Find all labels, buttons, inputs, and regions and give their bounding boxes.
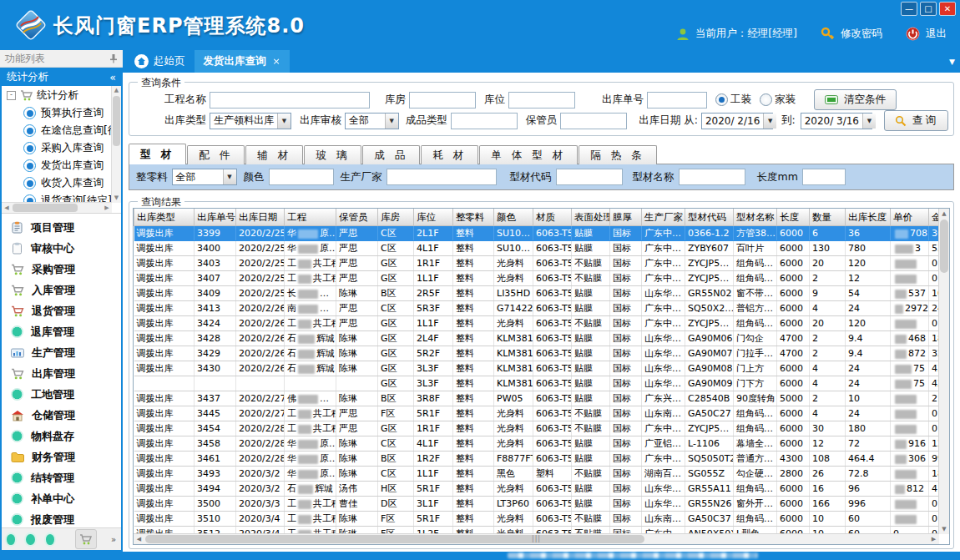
tree-expand-icon[interactable]: - (7, 91, 16, 100)
module-mini-icon[interactable] (26, 534, 34, 545)
column-header-型材代码[interactable]: 型材代码 (685, 209, 734, 226)
table-row[interactable]: 调拨出库34002020/2/25华原…严思C区4L1F整料SU10…6063-… (134, 241, 940, 256)
sidebar-module-采购管理[interactable]: 采购管理 (2, 259, 121, 280)
module-cart-button[interactable] (75, 529, 97, 549)
table-row[interactable]: 调拨出库33992020/2/25华原…严思C区2L1F整料SU10…6063-… (134, 226, 940, 241)
scroll-up-icon[interactable]: ▲ (112, 86, 121, 95)
column-header-数量[interactable]: 数量 (810, 209, 846, 226)
material-tab-耗材[interactable]: 耗 材 (421, 145, 478, 164)
table-row[interactable]: 调拨出库35002020/3/3工共工程曹佳D区3L1F整料LT3P606063… (134, 497, 940, 512)
sidebar-module-报废管理[interactable]: 报废管理 (2, 509, 121, 527)
table-row[interactable]: 调拨出库35102020/3/4工共工程陈琳F区5R1F整料光身料6063-T5… (134, 512, 940, 527)
tree-item-采购入库查询[interactable]: 采购入库查询 (2, 139, 121, 157)
product-type-input[interactable] (451, 113, 518, 129)
table-row[interactable]: 调拨出库34612020/2/28华原…陈琳B区1R2F整料F8877FT606… (134, 452, 940, 467)
project-name-input[interactable] (210, 92, 370, 108)
material-tab-成品[interactable]: 成 品 (362, 145, 420, 164)
scroll-up-icon[interactable]: ▲ (939, 209, 949, 219)
profile-name-input[interactable] (679, 169, 745, 185)
column-header-整零料[interactable]: 整零料 (453, 209, 494, 226)
search-button[interactable]: 查 询 (884, 110, 948, 131)
sidebar-module-财务管理[interactable]: 财务管理 (2, 446, 121, 467)
column-header-材质[interactable]: 材质 (533, 209, 572, 226)
table-row[interactable]: 调拨出库34932020/3/2华原…陈琳C区1L1F整料黑色塑料不贴膜国标湖南… (134, 467, 940, 482)
sidebar-module-退库管理[interactable]: 退库管理 (2, 321, 121, 342)
tab-home[interactable]: 起始页 (125, 50, 195, 73)
maker-input[interactable] (387, 169, 497, 185)
module-mini-icon[interactable] (46, 534, 54, 545)
column-header-表面处理[interactable]: 表面处理 (572, 209, 610, 226)
radio-gongzhuang-label[interactable]: 工装 (730, 93, 751, 107)
radio-gongzhuang[interactable] (715, 93, 728, 106)
scroll-right-icon[interactable]: ▶ (928, 534, 939, 544)
date-to-picker[interactable]: 2020/ 3/16▼ (801, 113, 872, 129)
column-header-膜厚[interactable]: 膜厚 (610, 209, 642, 226)
collapse-icon[interactable]: « (109, 71, 116, 83)
tree-item-收货入库查询[interactable]: 收货入库查询 (2, 174, 121, 192)
maximize-button[interactable]: □ (920, 2, 937, 16)
scroll-right-icon[interactable]: ▶ (102, 203, 112, 213)
order-no-input[interactable] (647, 92, 707, 108)
column-header-单价[interactable]: 单价 (891, 209, 929, 226)
column-header-出库长度[interactable]: 出库长度 (846, 209, 891, 226)
column-header-颜色[interactable]: 颜色 (494, 209, 533, 226)
sidebar-module-退货管理[interactable]: 退货管理 (2, 300, 121, 321)
material-tab-型材[interactable]: 型 材 (129, 144, 186, 164)
material-tab-辅材[interactable]: 辅 材 (245, 145, 303, 164)
tab-list-dropdown-icon[interactable]: ▼ (949, 50, 955, 73)
table-row[interactable]: 调拨出库34582020/2/28华原…陈琳C区4L1F整料光身料6063-T5… (134, 436, 940, 452)
grid-vertical-scrollbar[interactable]: ▲ ▼ (938, 209, 949, 534)
sidebar-module-结转管理[interactable]: 结转管理 (2, 467, 121, 488)
scroll-down-icon[interactable]: ▼ (112, 194, 121, 203)
table-row[interactable]: 调拨出库34072020/2/25工共工程严思G区1L1F整料光身料6063-T… (134, 271, 940, 286)
length-input[interactable] (802, 169, 846, 185)
tree-item-在途信息查询[待[interactable]: 在途信息查询[待 (2, 122, 121, 139)
table-row[interactable]: 调拨出库34292020/2/26石辉城陈琳G区5R2F整料KLM3817606… (134, 346, 940, 361)
tab-shipment-query[interactable]: 发货出库查询 × (195, 50, 290, 73)
tree-root-node[interactable]: - 统计分析 (2, 86, 121, 104)
column-header-库位[interactable]: 库位 (414, 209, 453, 226)
tree-item-预算执行查询[interactable]: 预算执行查询 (2, 104, 121, 122)
logout-link[interactable]: 退出 (926, 27, 947, 41)
column-header-保管员[interactable]: 保管员 (336, 209, 378, 226)
location-input[interactable] (508, 92, 575, 108)
material-tab-玻璃[interactable]: 玻 璃 (304, 145, 361, 164)
scroll-thumb[interactable] (940, 219, 948, 273)
sidebar-group-header[interactable]: 统计分析 « (0, 68, 123, 86)
more-modules-chevron[interactable]: » (111, 535, 116, 544)
table-row[interactable]: 调拨出库34542020/2/28工共工程严思G区1R1F整料光身料6063-T… (134, 421, 940, 436)
table-row[interactable]: 调拨出库34372020/2/27佛…陈琳B区3R8F整料PW056063-T5… (134, 391, 940, 406)
scroll-down-icon[interactable]: ▼ (939, 524, 949, 534)
table-row[interactable]: 调拨出库34452020/2/27工共工程严思F区5R1F整料光身料6063-T… (134, 406, 940, 421)
part-type-select[interactable]: 全部▼ (172, 169, 237, 185)
sidebar-module-出库管理[interactable]: 出库管理 (2, 363, 121, 384)
column-header-工程[interactable]: 工程 (285, 209, 336, 226)
profile-code-input[interactable] (556, 169, 623, 185)
sidebar-module-生产管理[interactable]: 生产管理 (2, 342, 121, 363)
change-password-link[interactable]: 修改密码 (841, 27, 882, 41)
tree-horizontal-scrollbar[interactable]: ◀ ▶ (2, 202, 112, 213)
sidebar-module-入库管理[interactable]: 入库管理 (2, 280, 121, 300)
audit-select[interactable]: 全部▼ (345, 113, 399, 129)
clear-conditions-button[interactable]: 清空条件 (814, 89, 897, 110)
grid-horizontal-scrollbar[interactable]: ◀ ||| ▶ (134, 533, 939, 544)
column-header-型材名称[interactable]: 型材名称 (734, 209, 777, 226)
radio-jiazhuang[interactable] (760, 93, 772, 106)
sidebar-module-仓储管理[interactable]: 仓储管理 (2, 405, 121, 426)
pin-icon[interactable] (109, 53, 118, 63)
table-row[interactable]: G区3L3F整料KLM38176063-T5贴膜国标山东华…GA90M09.门下… (134, 376, 940, 391)
tab-close-icon[interactable]: × (273, 56, 280, 67)
material-tab-隔热条[interactable]: 隔 热 条 (579, 145, 656, 164)
warehouse-input[interactable] (409, 92, 476, 108)
material-tab-单体型材[interactable]: 单 体 型 材 (479, 145, 578, 164)
column-header-出库类型[interactable]: 出库类型 (134, 209, 195, 226)
sidebar-module-工地管理[interactable]: 工地管理 (2, 384, 121, 405)
radio-jiazhuang-label[interactable]: 家装 (775, 93, 796, 107)
scroll-thumb[interactable] (13, 204, 78, 212)
keeper-input[interactable] (560, 113, 627, 129)
tree-item-发货出库查询[interactable]: 发货出库查询 (2, 157, 121, 174)
table-row[interactable]: 调拨出库34302020/2/26石辉城陈琳G区3L3F整料KLM3817606… (134, 361, 940, 376)
sidebar-module-物料盘存[interactable]: 物料盘存 (2, 426, 121, 446)
table-row[interactable]: 调拨出库34282020/2/26石辉城陈琳G区2L4F整料KLM3817606… (134, 331, 940, 346)
date-from-picker[interactable]: 2020/ 2/16▼ (701, 113, 773, 129)
